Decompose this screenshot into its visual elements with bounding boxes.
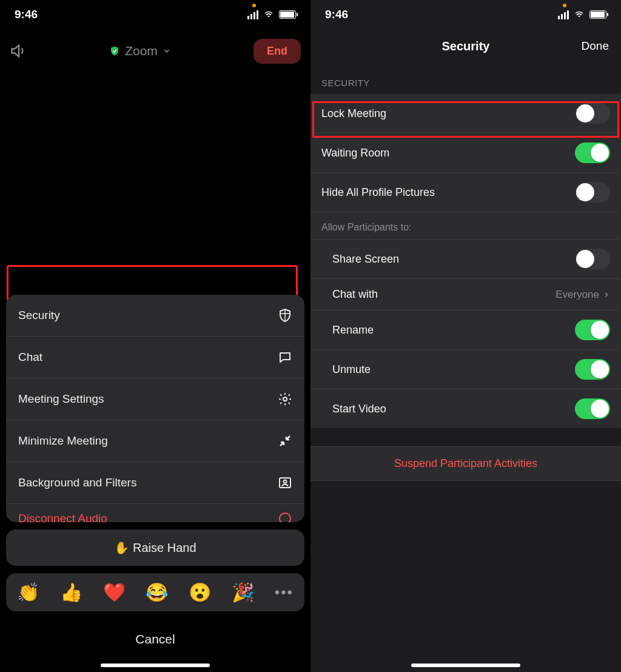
section-header-security: SECURITY <box>310 63 621 94</box>
gear-icon <box>278 392 292 406</box>
reaction-clap[interactable]: 👏 <box>17 582 39 603</box>
done-button[interactable]: Done <box>582 39 609 53</box>
toggle-unmute[interactable] <box>575 359 610 380</box>
cellular-icon <box>558 10 569 19</box>
toggle-rename[interactable] <box>575 320 610 340</box>
reaction-thumbs-up[interactable]: 👍 <box>60 582 82 603</box>
battery-icon <box>589 10 606 19</box>
menu-item-chat[interactable]: Chat <box>6 337 304 378</box>
more-reactions-icon[interactable]: ••• <box>275 584 294 601</box>
cellular-icon <box>247 10 258 19</box>
nav-header: Security Done <box>310 29 621 63</box>
menu-item-minimize[interactable]: Minimize Meeting <box>6 420 304 462</box>
cancel-button[interactable]: Cancel <box>6 619 304 660</box>
toggle-lock-meeting[interactable] <box>575 103 610 124</box>
action-sheet: Security Chat Meeting Settings Minimize … <box>6 295 304 660</box>
toggle-share-screen[interactable] <box>575 249 610 269</box>
shield-icon <box>278 308 292 323</box>
row-start-video[interactable]: Start Video <box>310 389 621 428</box>
end-button[interactable]: End <box>253 39 301 64</box>
row-label: Start Video <box>332 403 386 415</box>
menu-item-security[interactable]: Security <box>6 295 304 337</box>
reaction-heart[interactable]: ❤️ <box>103 582 126 603</box>
row-label: Share Screen <box>332 253 399 266</box>
toggle-waiting-room[interactable] <box>575 143 610 163</box>
page-title: Security <box>442 39 490 53</box>
home-indicator <box>411 664 520 667</box>
suspend-activities-button[interactable]: Suspend Participant Activities <box>310 446 621 481</box>
menu-label: Background and Filters <box>18 476 136 489</box>
battery-icon <box>279 10 296 19</box>
raise-hand-button[interactable]: ✋ Raise Hand <box>6 529 304 566</box>
reaction-wow[interactable]: 😮 <box>189 582 211 603</box>
settings-list-main: Lock Meeting Waiting Room Hide All Profi… <box>310 94 621 428</box>
reactions-bar: 👏 👍 ❤️ 😂 😮 🎉 ••• <box>6 573 304 611</box>
person-frame-icon <box>278 475 292 490</box>
row-label: Waiting Room <box>321 147 389 160</box>
spacer <box>310 428 621 446</box>
recording-dot-icon <box>252 4 256 7</box>
row-label: Lock Meeting <box>321 107 386 120</box>
row-value-chat: Everyone <box>556 289 610 301</box>
status-time: 9:46 <box>325 8 348 21</box>
row-waiting-room[interactable]: Waiting Room <box>310 133 621 173</box>
wifi-icon <box>573 10 585 19</box>
row-label: Hide All Profile Pictures <box>321 186 435 199</box>
right-screen: 9:46 Security Done SECURITY Lock Meeting… <box>310 0 621 672</box>
disconnect-audio-icon <box>278 511 292 522</box>
recording-dot-icon <box>563 4 566 7</box>
status-icons <box>247 10 296 19</box>
wifi-icon <box>263 10 275 19</box>
menu-label: Disconnect Audio <box>18 512 107 522</box>
menu-label: Meeting Settings <box>18 392 104 406</box>
reaction-tada[interactable]: 🎉 <box>232 582 254 603</box>
menu-list: Security Chat Meeting Settings Minimize … <box>6 295 304 522</box>
menu-label: Security <box>18 309 60 322</box>
toggle-hide-pictures[interactable] <box>575 182 610 203</box>
chevron-down-icon <box>163 47 171 55</box>
svg-point-0 <box>283 397 287 401</box>
menu-label: Chat <box>18 351 42 364</box>
chevron-right-icon <box>603 291 610 298</box>
shield-check-icon <box>109 45 120 56</box>
row-rename[interactable]: Rename <box>310 311 621 350</box>
row-share-screen[interactable]: Share Screen <box>310 240 621 279</box>
menu-item-background[interactable]: Background and Filters <box>6 462 304 504</box>
row-unmute[interactable]: Unmute <box>310 350 621 389</box>
home-indicator <box>101 664 210 667</box>
left-screen: 9:46 Zoom End Security Chat <box>0 0 310 672</box>
chat-icon <box>278 350 292 365</box>
row-label: Chat with <box>332 288 378 301</box>
status-bar: 9:46 <box>0 0 310 29</box>
speaker-icon[interactable] <box>10 42 27 59</box>
status-icons <box>558 10 606 19</box>
svg-point-2 <box>284 480 287 483</box>
toggle-start-video[interactable] <box>575 398 610 419</box>
row-chat-with[interactable]: Chat with Everyone <box>310 279 621 311</box>
allow-participants-header: Allow Participants to: <box>310 212 621 240</box>
row-lock-meeting[interactable]: Lock Meeting <box>310 94 621 133</box>
status-bar: 9:46 <box>310 0 621 29</box>
chat-with-value: Everyone <box>556 289 599 301</box>
reaction-joy[interactable]: 😂 <box>146 582 168 603</box>
row-hide-pictures[interactable]: Hide All Profile Pictures <box>310 173 621 212</box>
meeting-title: Zoom <box>125 44 158 58</box>
menu-item-disconnect[interactable]: Disconnect Audio <box>6 504 304 522</box>
row-label: Rename <box>332 324 374 337</box>
row-label: Unmute <box>332 363 371 376</box>
raise-hand-label: Raise Hand <box>133 541 196 554</box>
menu-label: Minimize Meeting <box>18 434 108 448</box>
minimize-icon <box>278 434 292 448</box>
meeting-toolbar: Zoom End <box>0 29 310 73</box>
menu-item-settings[interactable]: Meeting Settings <box>6 378 304 420</box>
status-time: 9:46 <box>15 8 38 21</box>
raise-hand-icon: ✋ <box>114 541 129 554</box>
meeting-title-button[interactable]: Zoom <box>109 44 171 58</box>
svg-point-3 <box>280 513 290 522</box>
